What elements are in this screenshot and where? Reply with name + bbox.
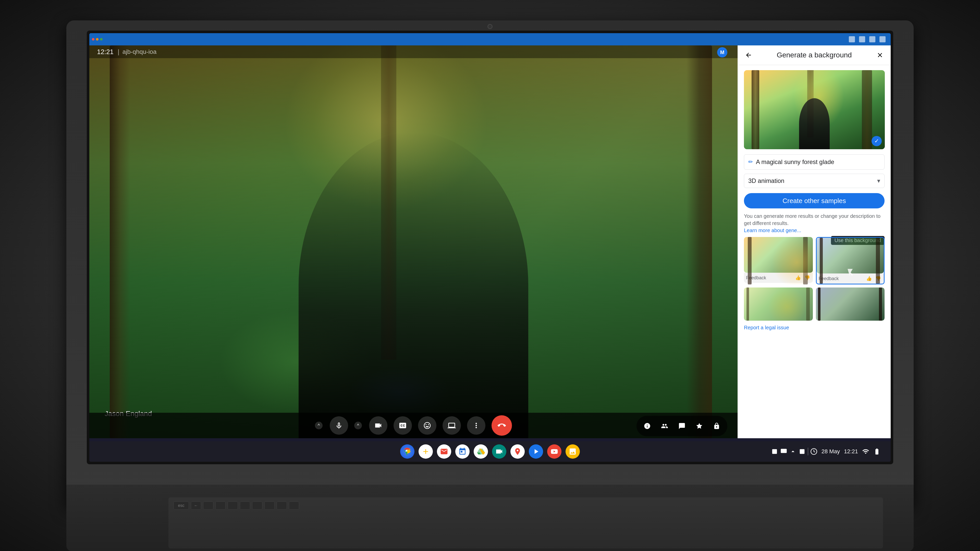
chrome-topbar — [89, 33, 891, 45]
thumb-img-1 — [744, 237, 813, 273]
report-section: Report a legal issue — [738, 321, 891, 335]
video-main: 12:21 | ajb-qhqu-ioa Jason England ^ — [89, 45, 738, 438]
gen-background-panel: Generate a background — [738, 45, 891, 438]
end-call-btn[interactable] — [492, 415, 512, 436]
topbar-dot-green — [100, 38, 103, 41]
thumbnail-1[interactable]: Feedback 👍 👎 — [744, 237, 813, 284]
keyboard-row-1: esc ← — [169, 497, 883, 511]
activities-btn[interactable] — [693, 419, 706, 433]
thumb3-light — [768, 287, 806, 321]
svg-rect-3 — [800, 449, 804, 454]
screen-icon — [780, 448, 788, 455]
panel-back-btn[interactable] — [744, 51, 753, 60]
key-back: ← — [191, 502, 201, 510]
thumb3-tree2 — [806, 287, 810, 321]
thumbnail-grid: Feedback 👍 👎 — [738, 237, 891, 321]
topbar-icons-right — [849, 36, 886, 42]
laptop-shell: M 12:21 — [0, 0, 980, 551]
key-f4 — [228, 502, 238, 510]
system-tray: 28 May 12:21 — [771, 441, 886, 462]
captions-btn[interactable] — [393, 416, 412, 435]
taskbar-calendar[interactable] — [455, 445, 469, 459]
key-f5 — [240, 502, 250, 510]
topbar-icon-2 — [859, 36, 865, 42]
screen: M 12:21 — [89, 33, 891, 462]
mic-arrow-btn[interactable]: ^ — [315, 422, 323, 429]
create-btn-section: Create other samples — [738, 193, 891, 213]
thumbnail-2[interactable]: Feedback 👍 👎 — [816, 237, 885, 284]
taskbar-chrome[interactable] — [400, 445, 414, 459]
topbar-dot-red — [92, 38, 94, 41]
create-other-samples-btn[interactable]: Create other samples — [744, 193, 885, 208]
call-separator: | — [118, 48, 119, 56]
tree-left — [110, 45, 130, 438]
gen-panel-header: Generate a background — [738, 45, 891, 65]
prompt-section: ✏ A magical sunny forest glade — [738, 154, 891, 174]
arrow-up-icon — [789, 448, 797, 455]
key-esc: esc — [173, 502, 189, 510]
clock-icon — [810, 448, 818, 455]
topbar-icon-3 — [869, 36, 875, 42]
thumb2-tree2 — [876, 238, 880, 284]
taskbar-meet[interactable] — [492, 445, 506, 459]
thumb-img-2 — [817, 238, 884, 273]
user-avatar: M — [717, 47, 727, 57]
preview-tree-2 — [862, 70, 872, 149]
edit-icon: ✏ — [748, 159, 753, 165]
present-btn[interactable] — [442, 416, 461, 435]
sys-tray-icons — [771, 448, 818, 455]
taskbar-youtube[interactable] — [547, 445, 562, 459]
info-btn[interactable] — [641, 419, 654, 433]
topbar-dot-orange — [96, 38, 99, 41]
taskbar-new-tab[interactable] — [418, 445, 433, 459]
wifi-icon — [862, 448, 869, 455]
thumb2-like-btn[interactable]: 👍 — [865, 275, 873, 282]
preview-selected-indicator: ✓ — [872, 136, 882, 146]
mic-btn[interactable] — [330, 416, 348, 435]
key-f3 — [215, 502, 226, 510]
taskbar-photos[interactable] — [566, 445, 580, 459]
preview-image: ✓ — [744, 70, 885, 149]
chromeos-icon — [771, 448, 778, 455]
chat-btn[interactable] — [675, 419, 689, 433]
thumb1-light — [772, 237, 813, 284]
thumb-img-4 — [816, 287, 885, 321]
style-label: 3D animation — [748, 177, 784, 184]
thumb-img-3 — [744, 287, 813, 321]
emoji-btn[interactable] — [418, 416, 436, 435]
topbar-icon-4 — [880, 36, 886, 42]
prompt-input-display[interactable]: ✏ A magical sunny forest glade — [744, 154, 885, 170]
thumb3-tree1 — [746, 287, 749, 321]
prompt-text: A magical sunny forest glade — [756, 159, 834, 165]
call-info-bar: 12:21 | ajb-qhqu-ioa — [89, 45, 738, 58]
panel-close-btn[interactable] — [875, 51, 885, 60]
topbar-icon-1 — [849, 36, 855, 42]
lock-btn[interactable] — [710, 419, 723, 433]
report-legal-link[interactable]: Report a legal issue — [744, 325, 789, 330]
thumbnail-4[interactable] — [816, 287, 885, 321]
taskbar-gmail[interactable] — [437, 445, 451, 459]
more-options-btn[interactable] — [467, 416, 485, 435]
style-dropdown[interactable]: 3D animation ▾ — [744, 174, 885, 188]
taskbar-play[interactable] — [529, 445, 543, 459]
key-f6 — [252, 502, 262, 510]
call-time: 12:21 — [97, 48, 114, 56]
dropdown-chevron: ▾ — [877, 177, 880, 184]
people-btn[interactable] — [658, 419, 671, 433]
laptop-base: acer HDMI esc ← — [66, 485, 914, 551]
preview-container: ✓ — [738, 65, 891, 154]
cam-btn[interactable] — [369, 416, 387, 435]
webcam — [487, 24, 493, 29]
learn-more-link[interactable]: Learn more about gene... — [744, 227, 801, 233]
cam-arrow-btn[interactable]: ^ — [354, 422, 362, 429]
thumbnail-3[interactable] — [744, 287, 813, 321]
key-f7 — [264, 502, 275, 510]
tray-time: 12:21 — [844, 448, 858, 455]
key-f2 — [203, 502, 213, 510]
thumb-feedback-2: Feedback 👍 👎 — [817, 273, 884, 284]
taskbar: 28 May 12:21 — [89, 441, 891, 462]
svg-rect-1 — [772, 449, 777, 454]
key-f8 — [277, 502, 287, 510]
taskbar-maps[interactable] — [511, 445, 525, 459]
taskbar-drive[interactable] — [474, 445, 488, 459]
